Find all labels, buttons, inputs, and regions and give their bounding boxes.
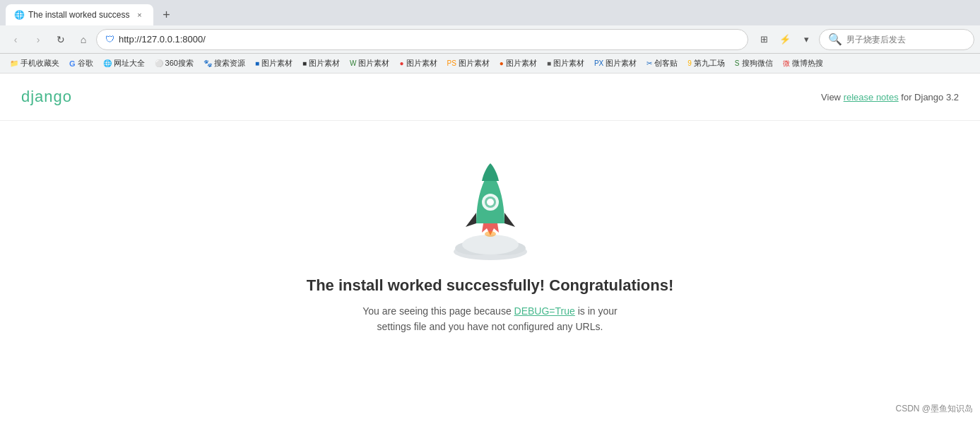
bookmark-icon: PX bbox=[594, 59, 603, 67]
reload-button[interactable]: ↻ bbox=[51, 30, 71, 49]
bookmark-icon: G bbox=[69, 59, 76, 68]
grid-icon: ⊞ bbox=[760, 34, 768, 45]
bookmark-icon: W bbox=[350, 59, 356, 67]
bookmark-item[interactable]: 🌐 网址大全 bbox=[99, 56, 149, 71]
new-tab-button[interactable]: + bbox=[156, 5, 176, 25]
bookmark-label: 图片素材 bbox=[506, 58, 537, 69]
sub-message: You are seeing this page because DEBUG=T… bbox=[362, 303, 617, 335]
home-icon: ⌂ bbox=[81, 34, 86, 45]
bookmark-item[interactable]: 微 微博热搜 bbox=[779, 56, 827, 71]
webpage-content: django View release notes for Django 3.2 bbox=[0, 74, 980, 420]
bookmark-item[interactable]: 📁 手机收藏夹 bbox=[6, 56, 64, 71]
release-notes-link[interactable]: release notes bbox=[844, 92, 899, 102]
bookmark-icon: ✂ bbox=[647, 59, 652, 67]
bookmark-label: 图片素材 bbox=[261, 58, 293, 69]
search-bar: 🔍 bbox=[819, 29, 974, 50]
bookmark-item[interactable]: G 谷歌 bbox=[65, 56, 98, 71]
back-icon: ‹ bbox=[14, 34, 18, 45]
back-button[interactable]: ‹ bbox=[6, 30, 25, 49]
security-icon: 🛡 bbox=[105, 34, 114, 45]
bookmark-icon: S bbox=[735, 59, 740, 67]
release-text-before: View bbox=[821, 92, 841, 102]
bookmark-label: 图片素材 bbox=[309, 58, 340, 69]
bookmark-icon: ■ bbox=[547, 59, 551, 67]
django-logo: django bbox=[21, 88, 72, 106]
bookmark-label: 图片素材 bbox=[606, 58, 637, 69]
toolbar-right: ⊞ ⚡ ▾ bbox=[754, 30, 816, 49]
svg-point-6 bbox=[487, 199, 494, 206]
bookmark-item[interactable]: W 图片素材 bbox=[346, 56, 394, 71]
search-icon: 🔍 bbox=[828, 33, 842, 46]
forward-button[interactable]: › bbox=[28, 30, 48, 49]
bookmark-item[interactable]: S 搜狗微信 bbox=[731, 56, 777, 71]
bookmark-icon: 🐾 bbox=[203, 59, 212, 67]
bookmark-icon: ● bbox=[500, 59, 504, 67]
bookmark-item[interactable]: 9 第九工场 bbox=[683, 56, 729, 71]
bookmark-label: 搜狗微信 bbox=[742, 58, 773, 69]
bookmark-item[interactable]: ⚪ 360搜索 bbox=[150, 56, 198, 71]
lightning-icon: ⚡ bbox=[779, 34, 791, 45]
search-input[interactable] bbox=[846, 35, 960, 45]
tab-favicon: 🌐 bbox=[14, 10, 24, 20]
tab-bar: 🌐 The install worked success × + bbox=[0, 0, 980, 25]
bookmark-icon: ■ bbox=[255, 59, 259, 67]
bookmark-icon: 🌐 bbox=[103, 59, 112, 67]
success-message: The install worked successfully! Congrat… bbox=[307, 276, 674, 295]
bookmark-icon: ■ bbox=[302, 59, 307, 67]
svg-point-7 bbox=[485, 231, 496, 237]
bookmark-item[interactable]: ✂ 创客贴 bbox=[642, 56, 682, 71]
sub-message-before: You are seeing this page because bbox=[362, 305, 514, 317]
grid-button[interactable]: ⊞ bbox=[754, 30, 774, 49]
toolbar: ‹ › ↻ ⌂ 🛡 ⊞ ⚡ ▾ 🔍 bbox=[0, 25, 980, 54]
bookmark-icon: ⚪ bbox=[155, 59, 163, 67]
tab-title: The install worked success bbox=[28, 10, 129, 20]
bookmark-label: 谷歌 bbox=[78, 58, 93, 69]
tab-close-button[interactable]: × bbox=[134, 9, 145, 20]
bookmark-label: 图片素材 bbox=[553, 58, 584, 69]
bookmark-label: 搜索资源 bbox=[214, 58, 245, 69]
svg-point-3 bbox=[462, 235, 519, 254]
bookmark-icon: PS bbox=[447, 59, 456, 67]
bookmark-icon: 9 bbox=[687, 59, 692, 67]
address-bar: 🛡 bbox=[96, 29, 748, 50]
main-content: The install worked successfully! Congrat… bbox=[0, 121, 980, 349]
bookmark-label: 网址大全 bbox=[114, 58, 145, 69]
bookmark-item[interactable]: ■ 图片素材 bbox=[251, 56, 297, 71]
release-notes-text: View release notes for Django 3.2 bbox=[821, 92, 959, 102]
django-header: django View release notes for Django 3.2 bbox=[0, 74, 980, 121]
home-button[interactable]: ⌂ bbox=[73, 30, 93, 49]
bookmark-item[interactable]: ■ 图片素材 bbox=[298, 56, 344, 71]
bookmark-item[interactable]: PX 图片素材 bbox=[590, 56, 641, 71]
bookmark-label: 图片素材 bbox=[459, 58, 490, 69]
reload-icon: ↻ bbox=[57, 34, 65, 45]
bookmark-item[interactable]: ● 图片素材 bbox=[395, 56, 441, 71]
bookmark-item[interactable]: PS 图片素材 bbox=[443, 56, 494, 71]
dropdown-icon: ▾ bbox=[804, 34, 809, 45]
dropdown-button[interactable]: ▾ bbox=[796, 30, 816, 49]
release-text-after: for Django 3.2 bbox=[901, 92, 959, 102]
bookmark-label: 创客贴 bbox=[654, 58, 678, 69]
bookmark-item[interactable]: ● 图片素材 bbox=[495, 56, 541, 71]
bookmark-label: 第九工场 bbox=[694, 58, 725, 69]
browser-chrome: 🌐 The install worked success × + ‹ › ↻ ⌂… bbox=[0, 0, 980, 74]
debug-link[interactable]: DEBUG=True bbox=[514, 305, 575, 317]
bookmark-icon: 📁 bbox=[10, 59, 18, 67]
bookmark-label: 图片素材 bbox=[358, 58, 389, 69]
bookmark-icon: 微 bbox=[783, 59, 790, 69]
bookmark-label: 图片素材 bbox=[406, 58, 437, 69]
forward-icon: › bbox=[37, 34, 40, 45]
bookmark-item[interactable]: 🐾 搜索资源 bbox=[199, 56, 249, 71]
active-tab[interactable]: 🌐 The install worked success × bbox=[6, 4, 153, 25]
lightning-button[interactable]: ⚡ bbox=[775, 30, 795, 49]
bookmarks-bar: 📁 手机收藏夹 G 谷歌 🌐 网址大全 ⚪ 360搜索 🐾 搜索资源 ■ 图片素… bbox=[0, 54, 980, 74]
csdn-watermark: CSDN @墨鱼知识岛 bbox=[895, 403, 973, 415]
url-input[interactable] bbox=[119, 34, 739, 45]
bookmark-label: 微博热搜 bbox=[792, 58, 823, 69]
rocket-illustration bbox=[420, 149, 561, 262]
bookmark-label: 360搜索 bbox=[165, 58, 194, 69]
bookmark-icon: ● bbox=[399, 59, 403, 67]
bookmark-label: 手机收藏夹 bbox=[20, 58, 59, 69]
bookmark-item[interactable]: ■ 图片素材 bbox=[543, 56, 589, 71]
